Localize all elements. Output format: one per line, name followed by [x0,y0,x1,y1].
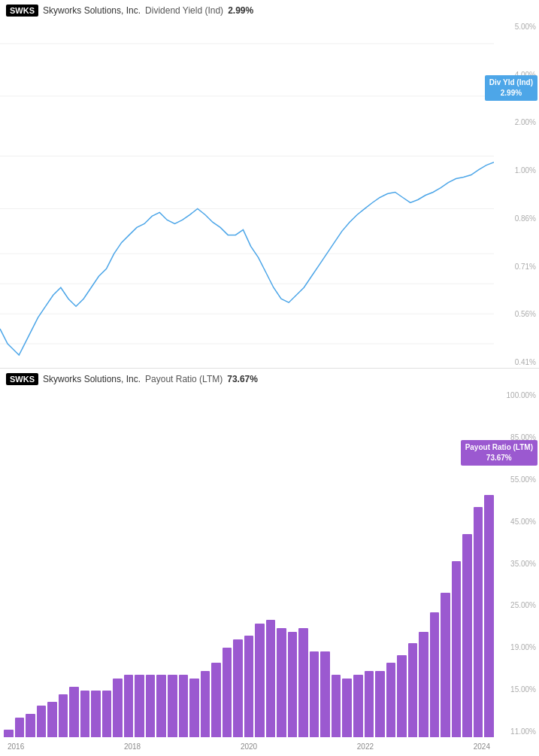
top-ticker-badge: SWKS [6,5,38,17]
x-label-2020: 2020 [241,742,257,751]
x-label-2018: 2018 [124,742,141,751]
bar-item [484,495,494,737]
bottom-y-label-8: 15.00% [497,685,536,694]
bar-item [397,655,407,737]
bar-chart-area [4,390,494,737]
bar-item [244,636,254,737]
bar-item [124,675,134,737]
top-y-label-5: 0.86% [497,214,536,223]
bottom-y-label-4: 45.00% [497,518,536,526]
bottom-metric-value: 73.67% [227,374,258,384]
bar-item [288,632,298,737]
top-chart-area [0,21,494,368]
bar-item [113,679,123,737]
bar-item [223,648,232,737]
bar-item [201,671,210,737]
bar-item [255,624,265,737]
bar-item [47,702,57,737]
bar-item [408,643,418,737]
top-chart: SWKS Skyworks Solutions, Inc. Dividend Y… [0,0,539,369]
bottom-y-label-7: 19.00% [497,643,536,651]
bottom-legend-line1: Payout Ratio (LTM) [465,442,533,453]
bar-item [179,675,189,737]
bar-item [277,628,286,737]
bar-item [332,675,341,737]
bottom-y-label-1: 100.00% [497,391,536,399]
bottom-metric-label: Payout Ratio (LTM) [145,374,223,384]
x-label-2022: 2022 [357,742,374,751]
bar-item [320,651,330,737]
bottom-ticker-badge: SWKS [6,373,38,385]
bar-item [462,534,472,737]
bar-item [168,675,177,737]
top-metric-label: Dividend Yield (Ind) [145,5,223,16]
top-company-name: Skyworks Solutions, Inc. [43,5,141,16]
bar-item [386,663,396,737]
bar-item [452,561,462,737]
top-metric-value: 2.99% [228,5,253,16]
bottom-y-label-9: 11.00% [497,727,536,736]
top-chart-header: SWKS Skyworks Solutions, Inc. Dividend Y… [0,0,259,21]
bar-item [298,628,308,737]
top-legend-box: Div Yld (Ind) 2.99% [485,75,537,101]
bar-item [91,691,101,737]
bar-item [266,620,276,737]
top-y-label-6: 0.71% [497,263,536,271]
bar-item [375,671,385,737]
bar-item [365,671,374,737]
bottom-company-name: Skyworks Solutions, Inc. [43,374,141,384]
bar-item [146,675,156,737]
top-y-label-7: 0.56% [497,310,536,318]
top-y-axis: 5.00% 4.00% 2.00% 1.00% 0.86% 0.71% 0.56… [494,21,539,368]
top-y-label-3: 2.00% [497,118,536,126]
bar-item [211,663,221,737]
bar-item [474,507,483,737]
bar-item [4,730,14,737]
bar-item [419,632,428,737]
x-label-2016: 2016 [8,742,24,751]
bar-item [69,687,79,737]
bar-item [26,714,35,737]
bar-item [37,706,47,737]
bottom-y-label-6: 25.00% [497,601,536,609]
bottom-legend-line2: 73.67% [465,453,533,463]
main-container: SWKS Skyworks Solutions, Inc. Dividend Y… [0,0,539,756]
top-y-label-1: 5.00% [497,23,536,31]
bar-item [59,694,68,737]
bottom-x-axis: 2016 2018 2020 2022 2024 [4,737,494,756]
bar-item [310,651,319,737]
top-legend-line2: 2.99% [489,88,533,99]
bottom-legend-box: Payout Ratio (LTM) 73.67% [461,440,537,466]
bar-item [353,675,363,737]
x-label-2024: 2024 [474,742,490,751]
bar-item [156,675,166,737]
bar-item [80,691,90,737]
bar-item [135,675,144,737]
bar-item [441,593,450,737]
top-y-label-8: 0.41% [497,358,536,366]
top-y-label-4: 1.00% [497,166,536,175]
bar-item [430,612,440,737]
bar-item [189,679,199,737]
bar-item [342,679,352,737]
bar-item [102,691,112,737]
bar-item [15,718,25,737]
bottom-y-label-5: 35.00% [497,560,536,568]
top-chart-svg [0,21,494,368]
bottom-y-label-3: 55.00% [497,475,536,484]
bottom-chart-header: SWKS Skyworks Solutions, Inc. Payout Rat… [0,369,264,390]
bottom-chart: SWKS Skyworks Solutions, Inc. Payout Rat… [0,369,539,756]
bar-item [233,639,243,737]
top-legend-line1: Div Yld (Ind) [489,77,533,88]
